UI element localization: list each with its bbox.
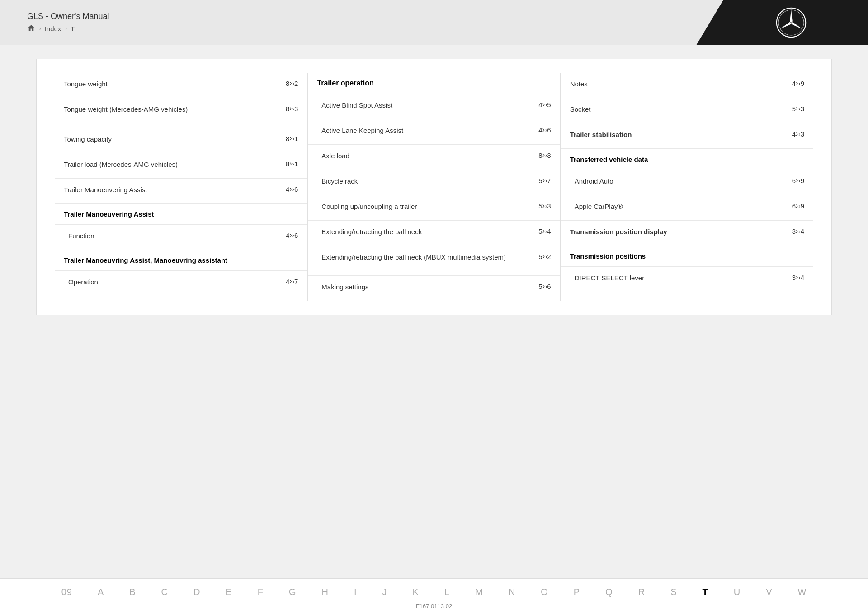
trailer-operation-header: Trailer operation: [308, 73, 560, 94]
list-item: Extending/retracting the ball neck (MBUX…: [308, 246, 560, 276]
logo-area: [696, 0, 868, 45]
item-page[interactable]: 8›2: [286, 79, 298, 87]
alpha-E[interactable]: E: [213, 587, 245, 597]
item-label: Tongue weight: [64, 79, 282, 89]
alpha-R[interactable]: R: [626, 587, 658, 597]
item-label: Socket: [570, 104, 788, 114]
breadcrumb-sep-2: ›: [65, 25, 67, 32]
alpha-09[interactable]: 09: [49, 587, 85, 597]
list-item: Making settings 5›6: [308, 276, 560, 301]
item-page[interactable]: 8›3: [538, 151, 551, 159]
list-item: Trailer load (Mercedes-AMG vehicles) 8›1: [55, 153, 307, 179]
alpha-S[interactable]: S: [658, 587, 689, 597]
list-item: Active Blind Spot Assist 4›5: [308, 94, 560, 119]
breadcrumb-current: T: [71, 25, 75, 33]
section-header-trailer-manoeuvering: Trailer Manoeuvering Assist: [55, 204, 307, 225]
list-item: Android Auto 6›9: [561, 170, 813, 195]
list-item: Tongue weight (Mercedes-AMG vehicles) 8›…: [55, 98, 307, 128]
section-header-trailer-manoeuvring2: Trailer Manoeuvring Assist, Manoeuvring …: [55, 250, 307, 271]
alpha-W[interactable]: W: [785, 587, 819, 597]
item-page[interactable]: 5›4: [538, 227, 551, 235]
item-page[interactable]: 8›3: [286, 104, 298, 113]
alpha-D[interactable]: D: [181, 587, 213, 597]
item-page[interactable]: 5›6: [538, 282, 551, 290]
alpha-L[interactable]: L: [432, 587, 462, 597]
list-item: Active Lane Keeping Assist 4›6: [308, 119, 560, 145]
item-label: Operation: [68, 277, 282, 287]
item-page[interactable]: 4›5: [538, 100, 551, 109]
item-label: Coupling up/uncoupling a trailer: [321, 202, 535, 211]
column-3: Notes 4›9 Socket 5›3 Trailer stabilisati…: [561, 73, 813, 301]
item-page[interactable]: 3›4: [792, 273, 804, 281]
item-page[interactable]: 4›6: [286, 231, 298, 239]
alpha-V[interactable]: V: [753, 587, 785, 597]
manual-title: GLS - Owner's Manual: [27, 12, 109, 21]
breadcrumb-index[interactable]: Index: [45, 25, 61, 33]
item-page[interactable]: 4›3: [792, 130, 804, 138]
alpha-O[interactable]: O: [528, 587, 561, 597]
list-item: Axle load 8›3: [308, 145, 560, 170]
header-left: GLS - Owner's Manual › Index › T: [27, 12, 109, 33]
alpha-T[interactable]: T: [689, 587, 721, 597]
alpha-Q[interactable]: Q: [593, 587, 626, 597]
alpha-K[interactable]: K: [400, 587, 432, 597]
section-header-transferred-vehicle-data: Transferred vehicle data: [561, 149, 813, 170]
alphabet-bar: 09 A B C D E F G H I J K L M N O P Q R S…: [0, 579, 868, 603]
item-label: Towing capacity: [64, 134, 282, 144]
item-label: Extending/retracting the ball neck: [321, 227, 535, 236]
breadcrumb-sep-1: ›: [39, 25, 41, 32]
item-page[interactable]: 5›2: [538, 252, 551, 260]
footer-code: F167 0113 02: [0, 603, 868, 614]
section-header-trailer-stabilisation: Trailer stabilisation 4›3: [561, 123, 813, 149]
alpha-N[interactable]: N: [496, 587, 528, 597]
alpha-J[interactable]: J: [370, 587, 400, 597]
alpha-I[interactable]: I: [341, 587, 370, 597]
item-label: Bicycle rack: [321, 176, 535, 186]
item-page[interactable]: 4›6: [286, 185, 298, 193]
item-page[interactable]: 8›1: [286, 134, 298, 142]
section-header-transmission-positions: Transmission positions: [561, 246, 813, 267]
item-label: Active Blind Spot Assist: [321, 100, 535, 110]
list-item: Towing capacity 8›1: [55, 128, 307, 153]
item-label: Transmission position display: [570, 227, 788, 236]
item-label: Trailer load (Mercedes-AMG vehicles): [64, 160, 282, 169]
item-page[interactable]: 3›4: [792, 227, 804, 235]
item-page[interactable]: 5›3: [538, 202, 551, 210]
alpha-C[interactable]: C: [149, 587, 181, 597]
breadcrumb: › Index › T: [27, 24, 109, 33]
item-label: Function: [68, 231, 282, 241]
columns-wrapper: Tongue weight 8›2 Tongue weight (Mercede…: [55, 73, 813, 301]
alpha-B[interactable]: B: [117, 587, 148, 597]
item-label: Notes: [570, 79, 788, 89]
item-page[interactable]: 4›7: [286, 277, 298, 285]
list-item: DIRECT SELECT lever 3›4: [561, 267, 813, 292]
item-page[interactable]: 4›6: [538, 126, 551, 134]
item-label: Trailer stabilisation: [570, 130, 788, 139]
header: GLS - Owner's Manual › Index › T: [0, 0, 868, 45]
alpha-H[interactable]: H: [309, 587, 341, 597]
alpha-M[interactable]: M: [462, 587, 496, 597]
alpha-G[interactable]: G: [276, 587, 309, 597]
item-label: Tongue weight (Mercedes-AMG vehicles): [64, 104, 282, 114]
alpha-A[interactable]: A: [85, 587, 117, 597]
item-page[interactable]: 8›1: [286, 160, 298, 168]
item-label: Trailer Manoeuvering Assist: [64, 185, 282, 194]
alpha-P[interactable]: P: [561, 587, 593, 597]
home-icon[interactable]: [27, 24, 35, 33]
item-page[interactable]: 6›9: [792, 176, 804, 184]
item-page[interactable]: 5›7: [538, 176, 551, 184]
alpha-U[interactable]: U: [721, 587, 753, 597]
list-item: Trailer Manoeuvering Assist 4›6: [55, 179, 307, 204]
alpha-F[interactable]: F: [245, 587, 276, 597]
item-page[interactable]: 5›3: [792, 104, 804, 113]
item-page[interactable]: 6›9: [792, 202, 804, 210]
item-page[interactable]: 4›9: [792, 79, 804, 87]
list-item: Function 4›6: [55, 225, 307, 250]
main-content: Tongue weight 8›2 Tongue weight (Mercede…: [36, 59, 832, 315]
column-1: Tongue weight 8›2 Tongue weight (Mercede…: [55, 73, 307, 301]
item-label: Apple CarPlay®: [575, 202, 788, 211]
list-item: Extending/retracting the ball neck 5›4: [308, 221, 560, 246]
column-2: Trailer operation Active Blind Spot Assi…: [307, 73, 560, 301]
mercedes-logo: [775, 7, 807, 38]
item-label: Making settings: [321, 282, 535, 292]
